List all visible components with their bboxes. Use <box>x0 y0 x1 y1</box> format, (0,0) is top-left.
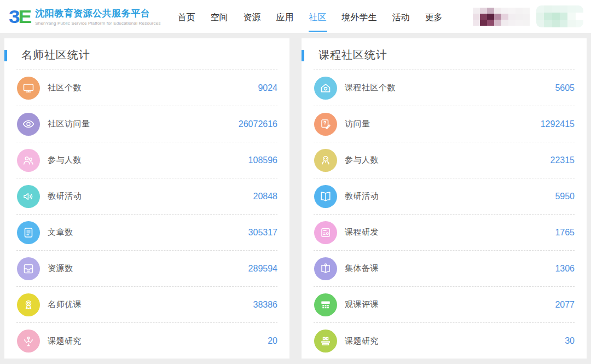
stat-label: 访问量 <box>345 119 370 129</box>
stat-value: 38386 <box>253 300 278 310</box>
nav-item-3[interactable]: 资源 <box>243 2 262 32</box>
stat-value: 20848 <box>253 192 278 201</box>
stat-row: 访问量1292415 <box>314 106 575 142</box>
stat-value: 108596 <box>248 155 277 165</box>
panel-title: 课程社区统计 <box>318 48 575 62</box>
stat-row: 教研活动5950 <box>314 178 575 215</box>
nav-item-2[interactable]: 空间 <box>210 2 229 32</box>
stat-value: 1306 <box>555 264 575 274</box>
book-bookmark-icon <box>314 257 337 280</box>
logo[interactable]: 3E 沈阳教育资源公共服务平台 ShenYang Public Service … <box>9 7 161 27</box>
stat-label: 教研活动 <box>345 191 379 201</box>
research-team-icon <box>17 330 40 353</box>
panel-title: 名师社区统计 <box>21 48 277 62</box>
stat-row: 参与人数22315 <box>314 142 575 178</box>
stat-row: 课题研究30 <box>314 323 575 359</box>
monitor-icon <box>17 77 40 100</box>
stat-row: 课程社区个数5605 <box>314 70 575 106</box>
stat-value: 5605 <box>555 83 575 93</box>
stat-value: 2077 <box>555 300 575 310</box>
content: 名师社区统计 社区个数9024社区访问量26072616参与人数108596教研… <box>0 33 591 364</box>
stat-value: 20 <box>268 336 277 346</box>
top-header: 3E 沈阳教育资源公共服务平台 ShenYang Public Service … <box>0 0 591 33</box>
stat-label: 文章数 <box>48 227 73 238</box>
logo-3e-mark: 3E <box>9 7 30 26</box>
nav-item-7[interactable]: 活动 <box>392 2 410 32</box>
stat-value: 22315 <box>551 155 575 165</box>
stat-value: 1292415 <box>541 119 575 129</box>
redacted-user-button[interactable] <box>536 5 583 27</box>
course-community-panel: 课程社区统计 课程社区个数5605访问量1292415参与人数22315教研活动… <box>302 38 587 359</box>
stat-row: 课程研发1765 <box>314 215 575 251</box>
stat-row: 教研活动20848 <box>16 178 277 215</box>
stat-value: 289594 <box>248 264 277 274</box>
stat-row: 社区个数9024 <box>16 70 277 106</box>
question-doc-icon <box>314 113 337 136</box>
people-icon <box>17 149 40 172</box>
stat-row: 社区访问量26072616 <box>16 106 277 142</box>
open-book-icon <box>314 185 337 208</box>
title-accent-bar <box>302 50 304 61</box>
stat-value: 305317 <box>248 228 277 238</box>
stat-label: 社区个数 <box>48 83 82 93</box>
stat-row: 观课评课2077 <box>314 287 575 323</box>
person-icon <box>314 149 337 172</box>
stat-value: 30 <box>565 336 575 346</box>
stat-value: 26072616 <box>239 119 277 129</box>
main-nav: 首页空间资源应用社区境外学生活动更多 <box>177 2 443 32</box>
stat-label: 参与人数 <box>48 155 82 165</box>
stat-value: 1765 <box>555 228 575 238</box>
stat-label: 教研活动 <box>48 191 82 201</box>
speaker-icon <box>17 185 40 208</box>
medal-icon <box>17 293 40 316</box>
desk-icon <box>314 330 337 353</box>
machine-icon <box>314 221 337 244</box>
stat-label: 课题研究 <box>345 336 379 346</box>
stat-row: 文章数305317 <box>16 215 277 251</box>
stat-label: 资源数 <box>48 263 73 274</box>
stat-value: 9024 <box>258 83 277 93</box>
stat-row: 资源数289594 <box>16 251 277 287</box>
nav-item-6[interactable]: 境外学生 <box>341 2 378 32</box>
nav-item-5[interactable]: 社区 <box>309 2 327 32</box>
brand-subtitle: ShenYang Public Service Platform for Edu… <box>35 21 160 26</box>
eye-icon <box>17 113 40 136</box>
stat-label: 参与人数 <box>345 155 379 165</box>
nav-item-4[interactable]: 应用 <box>276 2 294 32</box>
nav-item-8[interactable]: 更多 <box>425 2 443 32</box>
stat-row: 参与人数108596 <box>16 142 277 178</box>
stat-label: 课程社区个数 <box>345 83 396 93</box>
nav-item-1[interactable]: 首页 <box>177 2 196 32</box>
article-icon <box>17 221 40 244</box>
teacher-community-panel: 名师社区统计 社区个数9024社区访问量26072616参与人数108596教研… <box>4 38 289 359</box>
stat-label: 名师优课 <box>48 299 82 310</box>
user-area <box>473 5 583 27</box>
stat-label: 集体备课 <box>345 263 379 274</box>
stat-label: 课程研发 <box>345 227 379 238</box>
title-accent-bar <box>4 50 7 61</box>
archive-icon <box>17 257 40 280</box>
stat-label: 课题研究 <box>48 336 82 346</box>
stat-row: 课题研究20 <box>16 323 277 359</box>
brand-title: 沈阳教育资源公共服务平台 <box>35 7 160 20</box>
stat-row: 集体备课1306 <box>314 251 575 287</box>
house-heart-icon <box>314 77 337 100</box>
stat-value: 5950 <box>555 192 575 201</box>
stat-row: 名师优课38386 <box>16 287 277 323</box>
stat-label: 观课评课 <box>345 299 379 310</box>
classroom-icon <box>314 293 337 316</box>
redacted-username[interactable] <box>473 8 530 26</box>
stat-label: 社区访问量 <box>48 119 90 129</box>
